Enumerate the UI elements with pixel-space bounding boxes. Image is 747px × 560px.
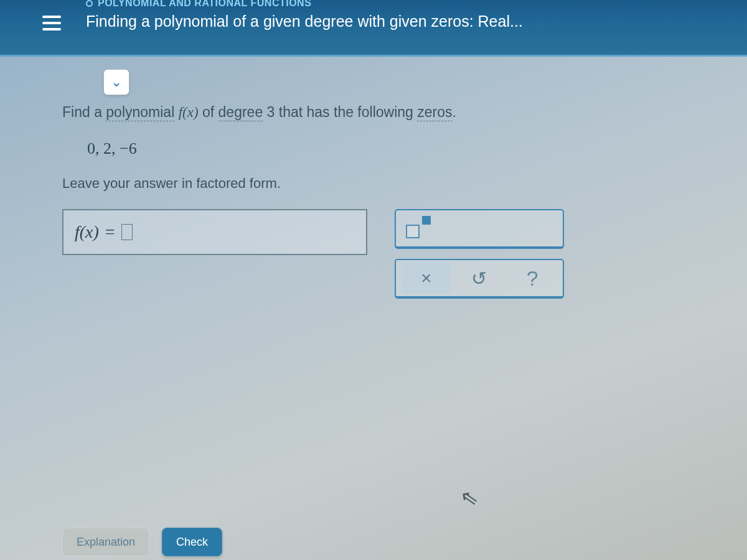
answer-slot[interactable] bbox=[121, 224, 133, 240]
content-area: ⌄ Find a polynomial f(x) of degree 3 tha… bbox=[0, 57, 747, 299]
category-label: POLYNOMIAL AND RATIONAL FUNCTIONS bbox=[86, 0, 523, 9]
term-degree[interactable]: degree bbox=[218, 104, 263, 121]
explanation-button[interactable]: Explanation bbox=[62, 528, 149, 556]
close-icon: × bbox=[421, 268, 432, 289]
page-title: Finding a polynomial of a given degree w… bbox=[86, 12, 523, 30]
answer-eq: = bbox=[105, 222, 115, 242]
q-mid1: of bbox=[199, 104, 218, 120]
chevron-down-icon: ⌄ bbox=[111, 74, 122, 90]
reset-button[interactable]: ↺ bbox=[455, 262, 504, 294]
explanation-label: Explanation bbox=[77, 536, 135, 549]
check-button[interactable]: Check bbox=[162, 528, 222, 556]
clear-button[interactable]: × bbox=[402, 262, 451, 294]
answer-row: f(x) = × ↺ ? bbox=[62, 209, 722, 299]
fx-notation: f(x) bbox=[179, 105, 199, 120]
footer-bar: Explanation Check bbox=[62, 524, 222, 560]
term-zeros[interactable]: zeros bbox=[417, 104, 452, 121]
category-text: POLYNOMIAL AND RATIONAL FUNCTIONS bbox=[98, 0, 311, 9]
factored-hint: Leave your answer in factored form. bbox=[62, 175, 722, 192]
palette-row-actions: × ↺ ? bbox=[395, 259, 564, 299]
reset-icon: ↺ bbox=[471, 268, 487, 289]
title-block: POLYNOMIAL AND RATIONAL FUNCTIONS Findin… bbox=[86, 0, 523, 30]
menu-icon[interactable] bbox=[36, 0, 67, 46]
palette-row-formats bbox=[395, 209, 564, 249]
q-lead: Find a bbox=[62, 104, 106, 120]
zeros-list: 0, 2, −6 bbox=[87, 139, 722, 158]
bullet-icon bbox=[86, 0, 93, 7]
check-label: Check bbox=[176, 536, 208, 549]
question-text: Find a polynomial f(x) of degree 3 that … bbox=[62, 104, 722, 121]
q-tail: . bbox=[453, 104, 456, 120]
exponent-button[interactable] bbox=[405, 216, 431, 241]
exponent-sup-icon bbox=[422, 216, 431, 225]
exponent-base-icon bbox=[406, 225, 420, 238]
collapse-button[interactable]: ⌄ bbox=[103, 69, 129, 95]
answer-input-box[interactable]: f(x) = bbox=[62, 209, 367, 255]
help-button[interactable]: ? bbox=[508, 262, 557, 294]
cursor-icon: ⇖ bbox=[459, 484, 481, 511]
q-mid2: 3 that has the following bbox=[263, 104, 417, 120]
tool-palette: × ↺ ? bbox=[395, 209, 564, 299]
header-bar: POLYNOMIAL AND RATIONAL FUNCTIONS Findin… bbox=[0, 0, 747, 57]
term-polynomial[interactable]: polynomial bbox=[106, 104, 174, 121]
answer-lhs: f(x) bbox=[75, 222, 99, 242]
help-icon: ? bbox=[527, 266, 538, 291]
